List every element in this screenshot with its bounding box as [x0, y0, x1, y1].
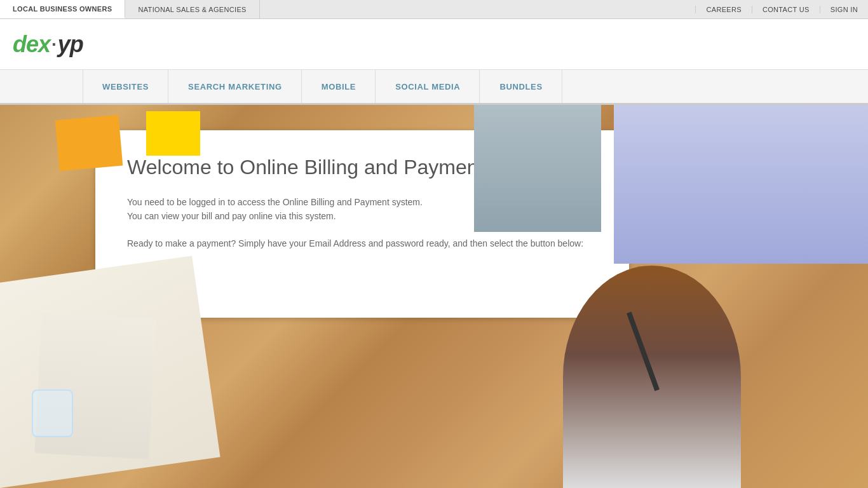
logo[interactable]: dex · yp — [13, 31, 83, 58]
nav-item-mobile[interactable]: MOBILE — [302, 70, 376, 103]
desk-yellow-note — [146, 111, 200, 156]
top-utility-bar: LOCAL BUSINESS OWNERS NATIONAL SALES & A… — [0, 0, 868, 19]
desk-laptop-2 — [474, 105, 601, 232]
top-bar-sign-in[interactable]: SIGN IN — [820, 6, 868, 13]
nav-item-social-media[interactable]: SOCIAL MEDIA — [376, 70, 480, 103]
nav-item-bundles[interactable]: BUNDLES — [480, 70, 562, 103]
desk-notepad — [34, 313, 156, 459]
nav-item-search-marketing[interactable]: SEARCH MARKETING — [168, 70, 302, 103]
dialog-description-2: Ready to make a payment? Simply have you… — [127, 236, 597, 250]
nav-item-websites[interactable]: WEBSITES — [83, 70, 168, 103]
top-bar-left: LOCAL BUSINESS OWNERS NATIONAL SALES & A… — [0, 0, 260, 18]
logo-dot: · — [51, 34, 57, 55]
top-bar-local-business[interactable]: LOCAL BUSINESS OWNERS — [0, 0, 125, 18]
top-bar-national-sales[interactable]: NATIONAL SALES & AGENCIES — [125, 0, 259, 18]
top-bar-right: CAREERS CONTACT US SIGN IN — [695, 0, 868, 18]
nav-bar: WEBSITES SEARCH MARKETING MOBILE SOCIAL … — [0, 70, 868, 105]
top-bar-contact-us[interactable]: CONTACT US — [752, 6, 820, 13]
desk-laptop-screen — [614, 105, 868, 264]
hero-section: Welcome to Online Billing and Payment! Y… — [0, 105, 868, 488]
desk-orange-folder — [55, 115, 123, 171]
desk-glass — [32, 390, 73, 437]
logo-yp: yp — [58, 31, 83, 58]
top-bar-careers[interactable]: CAREERS — [695, 6, 752, 13]
logo-dex: dex — [13, 31, 50, 58]
dialog-line3: Ready to make a payment? Simply have you… — [127, 236, 597, 250]
header: dex · yp — [0, 19, 868, 70]
